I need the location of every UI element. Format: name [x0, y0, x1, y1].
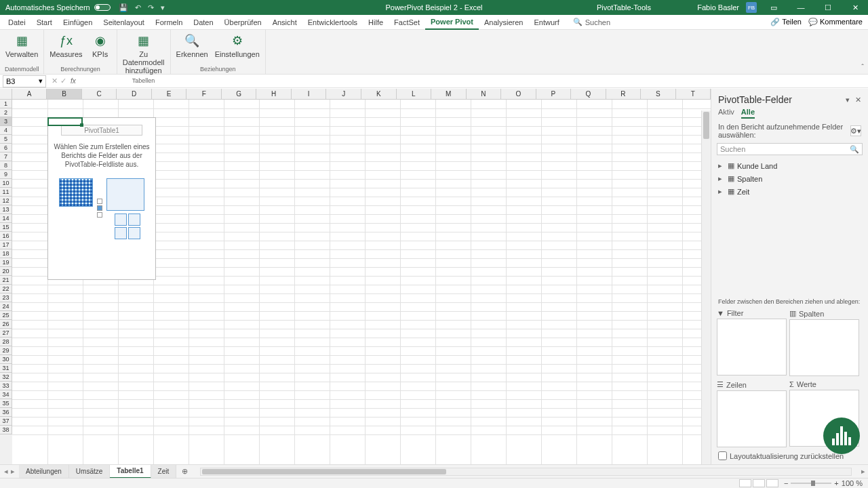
- row-header[interactable]: 12: [0, 197, 12, 205]
- tab-daten[interactable]: Daten: [188, 15, 218, 30]
- tab-hilfe[interactable]: Hilfe: [363, 15, 389, 30]
- tab-start[interactable]: Start: [31, 15, 58, 30]
- sheet-nav-prev-icon[interactable]: ◂: [4, 467, 8, 476]
- collapse-ribbon-icon[interactable]: ˆ: [861, 63, 864, 71]
- tab-ansicht[interactable]: Ansicht: [267, 15, 302, 30]
- field-kunde-land[interactable]: ▸▦Kunde Land: [717, 159, 863, 172]
- erkennen-button[interactable]: 🔍 Erkennen: [174, 31, 211, 60]
- undo-icon[interactable]: ↶: [135, 3, 141, 12]
- row-header[interactable]: 17: [0, 241, 12, 249]
- row-header[interactable]: 9: [0, 170, 12, 179]
- save-icon[interactable]: 💾: [119, 3, 128, 12]
- search-box[interactable]: 🔍 Suchen: [573, 18, 610, 26]
- kpis-button[interactable]: ◉ KPIs: [87, 31, 114, 60]
- expand-icon[interactable]: ▸: [718, 174, 725, 183]
- row-header[interactable]: 25: [0, 311, 12, 320]
- row-header[interactable]: 13: [0, 205, 12, 214]
- view-page-layout-icon[interactable]: [753, 479, 765, 487]
- column-header[interactable]: P: [536, 89, 572, 100]
- zoom-slider[interactable]: [791, 483, 831, 484]
- sheet-tab-umsaetze[interactable]: Umsätze: [69, 465, 110, 479]
- minimize-icon[interactable]: —: [791, 0, 811, 15]
- row-header[interactable]: 35: [0, 399, 12, 408]
- toggle-switch[interactable]: [94, 4, 111, 11]
- cancel-formula-icon[interactable]: ✕: [52, 77, 58, 85]
- row-header[interactable]: 36: [0, 408, 12, 417]
- view-page-break-icon[interactable]: [766, 479, 778, 487]
- ribbon-display-icon[interactable]: ▭: [764, 0, 784, 15]
- row-header[interactable]: 6: [0, 144, 12, 152]
- column-header[interactable]: C: [82, 89, 117, 100]
- share-button[interactable]: 🔗 Teilen: [770, 18, 802, 26]
- qat-dropdown-icon[interactable]: ▾: [161, 3, 165, 12]
- zoom-out-icon[interactable]: −: [784, 479, 788, 487]
- zu-datenmodell-button[interactable]: ▦ Zu Datenmodell hinzufügen: [120, 31, 167, 76]
- column-header[interactable]: I: [292, 89, 327, 100]
- column-header[interactable]: H: [256, 89, 292, 100]
- tab-entwurf[interactable]: Entwurf: [528, 15, 564, 30]
- row-header[interactable]: 5: [0, 135, 12, 144]
- zone-filter[interactable]: ▼Filter: [717, 308, 787, 376]
- sheet-tab-abteilungen[interactable]: Abteilungen: [19, 465, 69, 479]
- panel-options-icon[interactable]: ⚙▾: [850, 125, 861, 136]
- row-header[interactable]: 19: [0, 258, 12, 267]
- tab-seitenlayout[interactable]: Seitenlayout: [98, 15, 150, 30]
- panel-search[interactable]: Suchen 🔍: [717, 143, 863, 155]
- row-header[interactable]: 22: [0, 285, 12, 293]
- sheet-tab-tabelle1[interactable]: Tabelle1: [110, 465, 151, 479]
- panel-dropdown-icon[interactable]: ▾: [846, 96, 850, 104]
- tab-entwicklertools[interactable]: Entwicklertools: [302, 15, 363, 30]
- tab-power-pivot[interactable]: Power Pivot: [425, 15, 479, 30]
- column-header[interactable]: Q: [571, 89, 606, 100]
- sheet-tab-zeit[interactable]: Zeit: [151, 465, 177, 479]
- sheet-nav-next-icon[interactable]: ▸: [11, 467, 15, 476]
- defer-layout-checkbox[interactable]: [718, 451, 727, 460]
- cells[interactable]: PivotTable1 Wählen Sie zum Erstellen ein…: [12, 100, 711, 464]
- einstellungen-button[interactable]: ⚙ Einstellungen: [212, 31, 262, 60]
- row-header[interactable]: 10: [0, 179, 12, 188]
- column-header[interactable]: F: [186, 89, 222, 100]
- tab-einfuegen[interactable]: Einfügen: [58, 15, 98, 30]
- measures-button[interactable]: ƒx Measures: [47, 31, 85, 60]
- hscroll-right-icon[interactable]: ▸: [859, 467, 868, 476]
- column-header[interactable]: O: [501, 89, 536, 100]
- name-box[interactable]: B3 ▾: [3, 75, 46, 87]
- vertical-scrollbar[interactable]: [701, 110, 711, 464]
- row-header[interactable]: 30: [0, 355, 12, 364]
- field-zeit[interactable]: ▸▦Zeit: [717, 185, 863, 198]
- row-header[interactable]: 29: [0, 346, 12, 355]
- row-header[interactable]: 11: [0, 188, 12, 197]
- row-header[interactable]: 7: [0, 152, 12, 161]
- verwalten-button[interactable]: ▦ Verwalten: [3, 31, 41, 60]
- row-header[interactable]: 24: [0, 302, 12, 311]
- column-header[interactable]: A: [12, 89, 47, 100]
- autosave-toggle[interactable]: Automatisches Speichern: [5, 3, 111, 12]
- add-sheet-icon[interactable]: ⊕: [176, 467, 193, 476]
- column-header[interactable]: M: [431, 89, 467, 100]
- column-header[interactable]: D: [117, 89, 152, 100]
- hscroll-thumb[interactable]: [202, 469, 446, 474]
- panel-tab-alle[interactable]: Alle: [741, 108, 755, 119]
- column-header[interactable]: L: [397, 89, 432, 100]
- close-icon[interactable]: ✕: [845, 0, 865, 15]
- row-header[interactable]: 26: [0, 320, 12, 329]
- maximize-icon[interactable]: ☐: [818, 0, 838, 15]
- row-header[interactable]: 14: [0, 214, 12, 223]
- zoom-in-icon[interactable]: +: [834, 479, 838, 487]
- row-header[interactable]: 21: [0, 276, 12, 285]
- name-box-dropdown-icon[interactable]: ▾: [39, 77, 43, 85]
- column-header[interactable]: N: [467, 89, 502, 100]
- column-header[interactable]: R: [606, 89, 642, 100]
- tab-factset[interactable]: FactSet: [389, 15, 425, 30]
- zone-rows[interactable]: ☰Zeilen: [717, 379, 787, 447]
- row-header[interactable]: 28: [0, 338, 12, 346]
- column-header[interactable]: G: [222, 89, 257, 100]
- active-cell[interactable]: [47, 117, 83, 126]
- zone-columns[interactable]: ▥Spalten: [789, 308, 859, 376]
- row-header[interactable]: 3: [0, 117, 12, 126]
- horizontal-scrollbar[interactable]: [200, 468, 852, 476]
- enter-formula-icon[interactable]: ✓: [60, 77, 66, 85]
- comments-button[interactable]: 💬 Kommentare: [808, 18, 863, 26]
- zoom-value[interactable]: 100 %: [842, 479, 863, 487]
- view-normal-icon[interactable]: [739, 479, 751, 487]
